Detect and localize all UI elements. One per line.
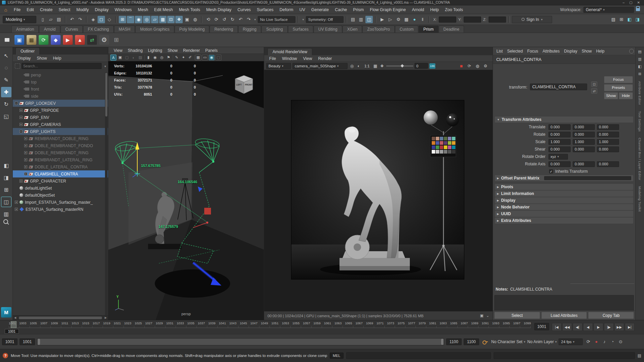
shelf-tab[interactable]: Prism bbox=[419, 26, 438, 33]
camera-select[interactable]: camera_main_50Shape bbox=[292, 63, 348, 69]
shelf-tab[interactable]: FX Caching bbox=[83, 26, 114, 33]
sidebar-tab[interactable]: Attribute Editor bbox=[638, 81, 642, 105]
panel-toggle-left-icon[interactable]: ◧ bbox=[626, 16, 633, 23]
camera-icon[interactable]: ▮ bbox=[145, 55, 151, 61]
audio-icon[interactable]: ♪ bbox=[601, 338, 608, 345]
film-toggle-icon[interactable]: ▭ bbox=[202, 55, 208, 61]
shelf-tab[interactable]: UV Editing bbox=[314, 26, 342, 33]
cached-playback-icon[interactable]: ◔ bbox=[609, 338, 616, 345]
snapshot-icon[interactable]: ◎ bbox=[349, 63, 355, 69]
curve-tool-4-icon[interactable]: ↻ bbox=[229, 16, 236, 23]
curve-tool-6-icon[interactable]: ↷ bbox=[245, 16, 252, 23]
shelf-tab[interactable]: Animation bbox=[11, 26, 39, 33]
outliner-node[interactable]: + GRP_CHARACTER bbox=[13, 177, 108, 185]
expand-toggle[interactable]: + bbox=[24, 151, 27, 154]
workspace-lock-icon[interactable] bbox=[636, 8, 640, 11]
viewport-menu-item[interactable]: Show bbox=[165, 46, 180, 55]
outliner-node[interactable]: persp bbox=[13, 71, 108, 78]
playback-end-field[interactable] bbox=[446, 338, 462, 345]
prism-state-manager-icon[interactable]: ⟳ bbox=[39, 35, 48, 45]
node-name-tab[interactable]: CLAMSHELL_CONTRA bbox=[493, 55, 635, 64]
outliner-node[interactable]: defaultObjectSet bbox=[13, 192, 108, 199]
attribute-section[interactable]: Extra Attributes bbox=[495, 218, 633, 224]
record-icon[interactable]: ● bbox=[593, 338, 600, 345]
notes-divider[interactable] bbox=[570, 284, 634, 284]
workspace-grid-icon[interactable]: ▨ bbox=[610, 16, 617, 23]
outliner-node[interactable]: + GRP_ENV bbox=[13, 114, 108, 121]
auto-key-icon[interactable] bbox=[482, 339, 488, 344]
render-settings-icon[interactable]: ⚙ bbox=[395, 16, 402, 23]
attribute-field[interactable]: 0.000 bbox=[548, 124, 571, 130]
offset-parent-matrix-section[interactable]: Offset Parent Matrix bbox=[495, 175, 633, 181]
menu-item[interactable]: Surfaces bbox=[254, 6, 276, 14]
range-slider[interactable] bbox=[37, 338, 444, 345]
history-icon[interactable]: ▤ bbox=[349, 16, 357, 23]
renderview-menu-item[interactable]: File bbox=[266, 55, 279, 63]
outliner-node[interactable]: − GRP_LOOKDEV bbox=[13, 100, 108, 107]
menu-item[interactable]: Mesh Tools bbox=[176, 6, 203, 14]
viewport-menu-item[interactable]: Shading bbox=[125, 46, 145, 55]
snap-curve-icon[interactable]: ⌒ bbox=[127, 16, 134, 23]
playback-start-field[interactable] bbox=[20, 338, 35, 345]
curve-tool-2-icon[interactable]: ⟳ bbox=[213, 16, 220, 23]
toolbar-icon[interactable] bbox=[346, 16, 347, 23]
soft-select-icon[interactable]: ❖ bbox=[175, 16, 183, 23]
outliner-node[interactable]: + CLAMSHELL_CONTRA bbox=[13, 170, 108, 177]
loop-playback-icon[interactable]: ⟳ bbox=[585, 338, 592, 345]
zoom-tool-icon[interactable] bbox=[1, 217, 11, 228]
outliner-node[interactable]: + DOBLE_REMBRANDT_FONDO bbox=[13, 142, 108, 149]
renderview-menu-item[interactable]: View bbox=[300, 55, 315, 63]
outliner-vscrollbar[interactable] bbox=[105, 72, 108, 315]
search-input[interactable] bbox=[22, 63, 102, 69]
outliner-node[interactable]: + GRP_TRIPODE bbox=[13, 107, 108, 114]
maximize-button[interactable]: ▢ bbox=[629, 1, 632, 5]
camera-lock-icon[interactable]: ◉ bbox=[152, 55, 158, 61]
go-to-end-button[interactable]: ▶| bbox=[625, 323, 635, 331]
renderview-options-icon[interactable]: ⚙ bbox=[482, 63, 489, 69]
prism-project-browser-icon[interactable]: ▦ bbox=[27, 35, 36, 45]
ae-menu-item[interactable]: Attributes bbox=[540, 47, 562, 55]
snap-grid-icon[interactable]: ⊞ bbox=[119, 16, 126, 23]
shelf-tab[interactable]: ZooToolsPro bbox=[362, 26, 394, 33]
time-slider[interactable]: 1001100310051007100910111013101510171019… bbox=[0, 320, 644, 334]
ae-menu-item[interactable]: Focus bbox=[525, 47, 540, 55]
script-editor-icon[interactable]: ▤ bbox=[638, 353, 641, 358]
prism-render-icon[interactable]: ▲ bbox=[75, 35, 85, 45]
play-backwards-button[interactable]: ◀ bbox=[583, 323, 593, 331]
viewport-canvas[interactable]: Verts: 10104106 0 0 Edges: 10110132 0 0 … bbox=[108, 61, 264, 320]
shelf-tab[interactable]: XGen bbox=[343, 26, 362, 33]
outliner-node[interactable]: + REMBRANDT_LATERAL_RING bbox=[13, 156, 108, 163]
expand-toggle[interactable]: + bbox=[20, 179, 23, 183]
ab-compare-icon[interactable]: ◐ bbox=[356, 63, 362, 69]
abort-render-icon[interactable]: ■ bbox=[458, 63, 464, 69]
menu-item[interactable]: Generate bbox=[308, 6, 332, 14]
outliner-node[interactable]: side bbox=[13, 93, 108, 100]
menu-item[interactable]: Help bbox=[427, 6, 442, 14]
paint-select-tool-icon[interactable]: ✎ bbox=[1, 75, 11, 85]
shelf-tab[interactable]: MASH bbox=[114, 26, 135, 33]
grease-pencil-icon[interactable]: ✐ bbox=[187, 55, 193, 61]
sign-in-button[interactable]: Sign In bbox=[512, 16, 552, 23]
prism-save-icon[interactable]: ▣ bbox=[14, 35, 24, 45]
outliner-tab[interactable]: Outliner bbox=[15, 47, 40, 55]
outliner-node[interactable]: + DOBLE_LATERAL_CONTRA bbox=[13, 163, 108, 170]
expand-toggle[interactable]: + bbox=[15, 201, 18, 204]
region-render-icon[interactable]: ❖ bbox=[379, 63, 385, 69]
z-position-field[interactable] bbox=[489, 17, 506, 23]
live-surface-dropdown-icon[interactable]: ▾ bbox=[253, 16, 257, 23]
lock-selection-icon[interactable]: ▣ bbox=[183, 16, 191, 23]
expand-toggle[interactable]: + bbox=[24, 172, 27, 175]
attribute-field[interactable]: 0.000 bbox=[597, 124, 619, 130]
toolbar-icon[interactable] bbox=[429, 16, 430, 23]
home-icon[interactable] bbox=[3, 7, 9, 13]
attribute-section[interactable]: Node Behavior bbox=[495, 204, 633, 210]
prism-playblast-icon[interactable]: ▶ bbox=[63, 35, 73, 45]
attribute-field[interactable]: 0.000 bbox=[573, 124, 595, 130]
new-scene-icon[interactable]: ▯ bbox=[39, 16, 46, 23]
shadow-toggle-icon[interactable]: ▢ bbox=[215, 55, 221, 61]
playhead[interactable] bbox=[11, 321, 16, 328]
expand-toggle[interactable]: + bbox=[20, 123, 23, 126]
ae-menu-item[interactable]: Show bbox=[579, 47, 594, 55]
attribute-field[interactable]: 1.000 bbox=[573, 139, 595, 145]
focus-button[interactable]: Focus bbox=[604, 76, 633, 83]
